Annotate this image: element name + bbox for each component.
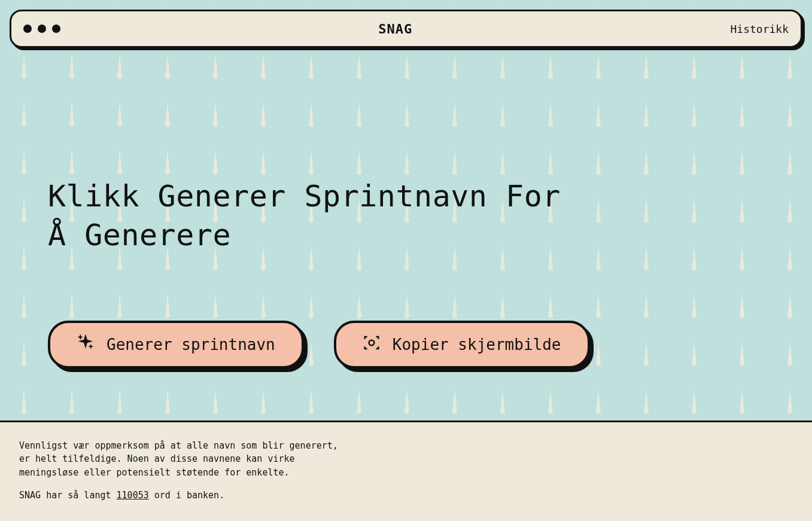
dot-icon [23,25,32,33]
sparkle-icon [77,334,95,355]
svg-point-0 [369,340,374,346]
app-title: SNAG [378,22,412,36]
footer: Vennligst vær oppmerksom på at alle navn… [0,421,812,522]
history-link[interactable]: Historikk [730,23,789,35]
generate-button[interactable]: Generer sprintnavn [48,321,304,368]
copy-screenshot-button-label: Kopier skjermbilde [393,336,561,354]
copy-screenshot-button[interactable]: Kopier skjermbilde [334,321,590,368]
generate-button-label: Generer sprintnavn [107,336,275,354]
wordcount-line: SNAG har så langt 110053 ord i banken. [19,490,793,501]
capture-icon [363,334,381,355]
dot-icon [52,25,60,33]
disclaimer-text: Vennligst vær oppmerksom på at alle navn… [19,439,342,480]
wordcount-prefix: SNAG har så langt [19,490,117,501]
wordcount-suffix: ord i banken. [149,490,224,501]
wordcount-value[interactable]: 110053 [117,490,149,501]
headline: Klikk Generer Sprintnavn For Å Generere [48,177,586,255]
window-dots [23,25,60,33]
dot-icon [38,25,46,33]
topbar: SNAG Historikk [10,10,802,48]
